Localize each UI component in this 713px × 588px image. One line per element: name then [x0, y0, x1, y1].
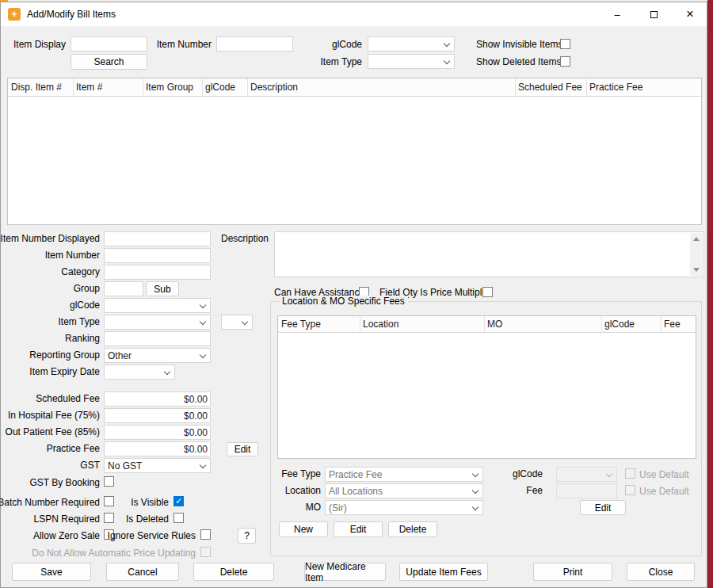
column-header-item-number[interactable]: Item # — [76, 82, 102, 93]
in-hospital-fee-input[interactable] — [104, 408, 211, 423]
chevron-down-icon — [444, 40, 450, 47]
fee-mo-value: (Sir) — [329, 502, 347, 514]
show-invisible-checkbox[interactable] — [560, 39, 570, 49]
item-number-search-input[interactable] — [216, 36, 293, 52]
fee-column-location[interactable]: Location — [363, 319, 398, 330]
results-grid-body[interactable] — [8, 97, 701, 224]
fee-edit-button[interactable]: Edit — [334, 521, 383, 537]
glcode-select[interactable] — [104, 298, 211, 313]
glcode-search-select[interactable] — [368, 36, 455, 52]
fee-use-default-checkbox[interactable] — [625, 485, 635, 495]
category-input[interactable] — [104, 265, 211, 280]
column-divider — [484, 316, 485, 332]
close-button[interactable]: × — [672, 2, 708, 26]
gst-label: GST — [80, 460, 100, 472]
fees-table-body[interactable] — [278, 333, 696, 458]
chevron-down-icon — [200, 462, 206, 468]
results-grid: Disp. Item # Item # Item Group glCode De… — [7, 78, 702, 225]
item-subtype-select[interactable] — [221, 315, 253, 330]
practice-fee-input[interactable] — [104, 441, 211, 456]
show-deleted-label: Show Deleted Items — [476, 56, 561, 68]
fee-location-select[interactable]: All Locations — [325, 483, 483, 498]
item-number-input[interactable] — [104, 248, 211, 263]
update-item-fees-button[interactable]: Update Item Fees — [399, 563, 488, 581]
description-scrollbar[interactable] — [690, 233, 703, 276]
minimize-button[interactable]: – — [599, 2, 635, 26]
is-deleted-checkbox[interactable] — [173, 513, 184, 523]
fee-amount-input — [556, 483, 617, 498]
fee-column-fee-type[interactable]: Fee Type — [281, 319, 321, 330]
fee-column-fee[interactable]: Fee — [664, 319, 681, 330]
item-type-search-select[interactable] — [368, 54, 455, 69]
sub-button[interactable]: Sub — [146, 281, 179, 296]
titlebar[interactable]: Add/Modify Bill Items – × — [1, 2, 707, 26]
fee-type-select[interactable]: Practice Fee — [325, 467, 483, 482]
item-expiry-select[interactable] — [104, 365, 175, 380]
column-header-scheduled-fee[interactable]: Scheduled Fee — [518, 82, 582, 93]
show-deleted-checkbox[interactable] — [560, 56, 570, 67]
column-divider — [661, 316, 662, 332]
is-visible-checkbox[interactable] — [173, 496, 184, 506]
fee-edit-inline-button[interactable]: Edit — [580, 500, 626, 515]
help-button[interactable]: ? — [238, 528, 256, 544]
ranking-label: Ranking — [65, 333, 100, 345]
column-header-disp-item-number[interactable]: Disp. Item # — [11, 82, 62, 93]
ignore-service-rules-checkbox[interactable] — [200, 529, 211, 540]
column-divider — [586, 78, 587, 96]
batch-number-required-checkbox[interactable] — [104, 496, 114, 506]
chevron-down-icon — [444, 58, 450, 64]
chevron-down-icon — [200, 352, 206, 358]
fee-mo-select[interactable]: (Sir) — [325, 500, 483, 515]
field-qty-checkbox[interactable] — [482, 287, 493, 297]
reporting-group-label: Reporting Group — [29, 349, 100, 361]
print-button[interactable]: Print — [533, 563, 612, 581]
item-number-displayed-input[interactable] — [104, 231, 211, 246]
item-display-input[interactable] — [71, 36, 147, 52]
fee-glcode-label: glCode — [513, 468, 543, 480]
lspn-required-checkbox[interactable] — [104, 513, 114, 523]
scheduled-fee-input[interactable] — [104, 391, 211, 407]
column-header-item-group[interactable]: Item Group — [146, 82, 193, 93]
lspn-required-label: LSPN Required — [34, 514, 100, 525]
allow-zero-sale-label: Allow Zero Sale — [33, 530, 100, 542]
item-number-label: Item Number — [45, 250, 100, 262]
scroll-down-icon[interactable] — [693, 268, 700, 272]
search-button[interactable]: Search — [71, 54, 147, 70]
column-divider — [360, 316, 360, 332]
group-input[interactable] — [104, 281, 143, 296]
scheduled-fee-label: Scheduled Fee — [36, 393, 100, 405]
save-button[interactable]: Save — [12, 563, 91, 581]
maximize-button[interactable] — [635, 2, 672, 26]
glcode-use-default-checkbox[interactable] — [625, 468, 635, 479]
fee-type-label: Fee Type — [281, 468, 321, 480]
chevron-down-icon — [606, 471, 612, 477]
delete-button[interactable]: Delete — [193, 563, 274, 581]
column-header-glcode[interactable]: glCode — [205, 82, 235, 93]
fee-mo-label: MO — [306, 502, 321, 514]
out-patient-fee-input[interactable] — [104, 425, 211, 440]
out-patient-fee-label: Out Patient Fee (85%) — [6, 426, 100, 438]
fee-column-glcode[interactable]: glCode — [604, 319, 635, 330]
gst-select[interactable]: No GST — [104, 458, 211, 473]
close-icon: × — [686, 8, 693, 21]
fee-new-button[interactable]: New — [279, 521, 328, 537]
background-window-edge — [707, 0, 713, 588]
ranking-input[interactable] — [104, 331, 211, 346]
close-dialog-button[interactable]: Close — [627, 563, 695, 581]
gst-by-booking-checkbox[interactable] — [104, 476, 114, 487]
column-header-description[interactable]: Description — [250, 82, 298, 93]
is-deleted-label: Is Deleted — [126, 514, 169, 525]
new-medicare-item-button[interactable]: New Medicare Item — [304, 563, 386, 581]
cancel-button[interactable]: Cancel — [106, 563, 179, 581]
practice-fee-edit-button[interactable]: Edit — [227, 442, 258, 456]
fee-column-mo[interactable]: MO — [487, 319, 502, 330]
reporting-group-select[interactable]: Other — [104, 348, 211, 363]
fees-table: Fee Type Location MO glCode Fee — [277, 315, 696, 459]
column-header-practice-fee[interactable]: Practice Fee — [589, 82, 642, 93]
chevron-down-icon — [472, 487, 479, 494]
description-input[interactable] — [274, 231, 704, 277]
scroll-up-icon[interactable] — [693, 237, 700, 241]
chevron-down-icon — [472, 504, 479, 510]
item-type-select[interactable] — [104, 315, 211, 330]
fee-delete-button[interactable]: Delete — [388, 521, 437, 537]
